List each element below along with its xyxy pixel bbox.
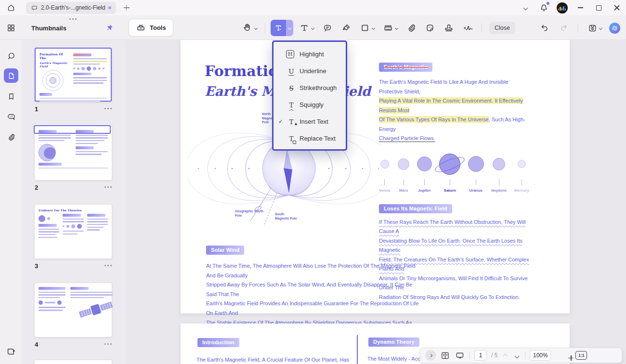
- thumbnail-page-1[interactable]: Formation Of The Earth's Magnetic Field: [35, 48, 112, 102]
- document-page-1[interactable]: Formation Of The Earth's Magnetic Field: [181, 40, 570, 313]
- shapes-tool-button[interactable]: [357, 21, 377, 35]
- thumbnail-page-5[interactable]: [35, 360, 112, 364]
- text-line: At The Same Time, The Atmosphere Will Al…: [206, 263, 416, 278]
- text-line-highlighted[interactable]: Of The Various Types Of Rays in The Univ…: [379, 116, 489, 123]
- thumbnail-2-menu-button[interactable]: [104, 186, 106, 188]
- bookmarks-panel-button[interactable]: [4, 89, 18, 104]
- left-rail: [0, 40, 22, 364]
- tools-button[interactable]: Tools: [129, 19, 173, 37]
- pin-icon[interactable]: [105, 24, 114, 32]
- text-tool-button[interactable]: [297, 21, 316, 35]
- sticker-tool-button[interactable]: [422, 21, 438, 35]
- signature-icon: [462, 23, 474, 33]
- ai-assistant-button[interactable]: [609, 23, 620, 34]
- section-badge-earths-magnetic[interactable]: Earth's Magnetic: [379, 63, 432, 72]
- avatar-wave: [563, 6, 564, 11]
- zoom-in-button[interactable]: [565, 353, 571, 357]
- paperclip-icon: [406, 23, 417, 33]
- chevron-down-icon[interactable]: [395, 26, 398, 29]
- menu-item-strikethrough[interactable]: ✓ S Strikethrough: [274, 79, 346, 96]
- attachment-tool-button[interactable]: [404, 21, 419, 35]
- maximize-button[interactable]: [589, 0, 608, 15]
- measure-tool-button[interactable]: [380, 21, 400, 35]
- account-button[interactable]: [553, 0, 571, 15]
- menu-item-insert-text[interactable]: ✓ T Insert Text: [274, 113, 346, 130]
- home-button[interactable]: [3, 1, 19, 14]
- text-line-squiggly[interactable]: If These Rays Reach The Earth Without Ob…: [379, 219, 525, 234]
- sketch-line: [39, 168, 108, 169]
- hand-tool-button[interactable]: [240, 21, 260, 35]
- thumbnail-page-2[interactable]: [35, 126, 112, 180]
- highlighter-tool-button[interactable]: [339, 21, 354, 35]
- document-tab[interactable]: 2.0-Earth's-...gnetic-Field: [26, 2, 116, 14]
- sketch-line: [39, 231, 59, 233]
- toolbar-divider: [482, 23, 482, 33]
- section-badge-loses-field[interactable]: Loses Its Magnetic Field: [379, 204, 452, 213]
- section-badge-solar-wind[interactable]: Solar Wind: [206, 246, 244, 255]
- reader-mode-button[interactable]: [4, 344, 18, 359]
- chevron-down-icon[interactable]: [372, 26, 375, 29]
- avatar-wave: [558, 8, 560, 11]
- attachments-panel-button[interactable]: [4, 130, 18, 144]
- panel-drag-handle[interactable]: [69, 18, 71, 20]
- notifications-button[interactable]: [535, 0, 553, 15]
- section-badge-dynamo-theory[interactable]: Dynamo Theory: [368, 338, 419, 347]
- close-window-button[interactable]: [608, 0, 626, 15]
- sketch-line: [39, 310, 63, 311]
- signature-tool-button[interactable]: [460, 21, 476, 35]
- previous-page-button[interactable]: [502, 349, 509, 362]
- menu-item-underline[interactable]: ✓ U Underline: [274, 63, 346, 79]
- zoom-out-button[interactable]: [555, 353, 561, 357]
- sketch-planets: [73, 66, 107, 71]
- search-button[interactable]: [4, 49, 18, 63]
- redo-button[interactable]: [557, 21, 571, 35]
- presentation-button[interactable]: [455, 351, 465, 361]
- close-tools-button[interactable]: Close: [489, 22, 515, 34]
- comment-tool-button[interactable]: [320, 21, 335, 35]
- thumbnail-page-4[interactable]: [35, 283, 112, 337]
- sketch-line: [76, 154, 102, 155]
- sketch-line: [39, 294, 65, 296]
- minimize-button[interactable]: [571, 0, 589, 15]
- menu-item-squiggly[interactable]: ✓ T Squiggly: [274, 96, 346, 113]
- thumbnail-3-menu-button[interactable]: [104, 265, 106, 266]
- actual-size-button[interactable]: 1:1: [575, 351, 587, 360]
- app-grid-button[interactable]: [0, 15, 22, 40]
- new-tab-button[interactable]: [124, 5, 130, 11]
- statusbar-divider: [470, 351, 470, 359]
- thumbnail-4-menu-button[interactable]: [104, 343, 106, 345]
- two-page-view-button[interactable]: [440, 351, 450, 361]
- thumbnail-1-menu-button[interactable]: [104, 108, 106, 109]
- chevron-down-icon[interactable]: [254, 26, 258, 29]
- comments-panel-button[interactable]: [4, 109, 18, 124]
- toolbar-divider: [265, 23, 265, 33]
- insert-text-dropdown-button[interactable]: [286, 20, 293, 36]
- undo-button[interactable]: [537, 21, 552, 35]
- sketch-line: [73, 64, 100, 65]
- book-view-icon: [440, 351, 450, 361]
- text-line-highlighted[interactable]: Playing A Vital Role In The Cosmic Envir…: [379, 97, 523, 114]
- collapse-bar-button[interactable]: [425, 350, 436, 361]
- planet-tick: [424, 179, 425, 185]
- thumbnails-panel-button[interactable]: [4, 68, 18, 83]
- menu-item-replace-text[interactable]: ✓ T Replace Text: [274, 130, 346, 147]
- insert-text-tool-button-active[interactable]: [271, 20, 293, 36]
- thumbnail-1-label: 1: [35, 105, 38, 113]
- save-button[interactable]: [585, 21, 604, 35]
- stamp-tool-button[interactable]: [441, 21, 456, 35]
- section-badge-introduction[interactable]: Introduction: [197, 338, 239, 347]
- chevron-down-icon[interactable]: [599, 26, 602, 29]
- page-number-input[interactable]: [474, 350, 487, 361]
- menu-item-label: Squiggly: [300, 101, 324, 108]
- next-page-button[interactable]: [513, 349, 521, 362]
- zoom-level-display[interactable]: 100%: [530, 350, 551, 361]
- menu-item-highlight[interactable]: ✓ H Highlight: [274, 46, 346, 63]
- document-canvas[interactable]: Formation Of The Earth's Magnetic Field: [125, 40, 626, 364]
- title-bar: 2.0-Earth's-...gnetic-Field: [0, 0, 626, 15]
- titlebar-chevron-button[interactable]: [516, 0, 535, 15]
- floating-status-bar: / 5 100% 1:1: [420, 348, 622, 363]
- text-line-underlined[interactable]: Charged Particle Flows.: [379, 135, 435, 142]
- home-icon: [6, 3, 16, 13]
- chevron-down-icon[interactable]: [311, 26, 314, 29]
- thumbnail-page-3[interactable]: Evidence For The Theories: [35, 205, 112, 259]
